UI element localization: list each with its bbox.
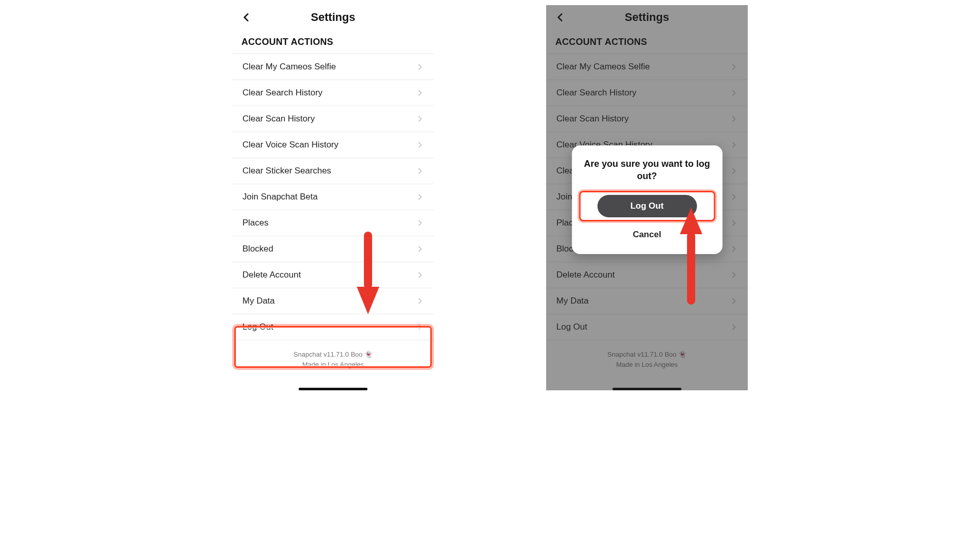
row-places[interactable]: Places [232,210,434,236]
chevron-right-icon [416,297,424,305]
row-label: Clear My Cameos Selfie [242,62,336,72]
chevron-right-icon [416,115,424,122]
row-delete-account[interactable]: Delete Account [232,262,434,288]
row-label: Log Out [242,322,274,332]
footer-version: Snapchat v11.71.0 Boo 👻 [237,349,429,360]
row-clear-sticker-searches[interactable]: Clear Sticker Searches [232,158,434,184]
chevron-right-icon [416,271,424,279]
row-my-data[interactable]: My Data [232,288,434,314]
logout-confirm-modal: Are you sure you want to log out? Log Ou… [572,145,722,254]
row-clear-search-history[interactable]: Clear Search History [232,80,434,106]
modal-title: Are you sure you want to log out? [581,158,713,183]
row-label: Clear Sticker Searches [242,166,331,176]
row-clear-voice-scan[interactable]: Clear Voice Scan History [232,132,434,158]
row-join-beta[interactable]: Join Snapchat Beta [232,184,434,210]
chevron-right-icon [416,63,424,70]
modal-confirm-wrap: Log Out [581,193,713,219]
phone-left: Settings ACCOUNT ACTIONS Clear My Cameos… [232,5,434,390]
back-button[interactable] [239,10,254,24]
row-label: My Data [242,296,275,306]
chevron-right-icon [416,141,424,148]
chevron-right-icon [416,245,424,253]
chevron-right-icon [416,193,424,201]
logout-confirm-button[interactable]: Log Out [597,195,697,217]
section-header: ACCOUNT ACTIONS [232,30,434,54]
row-label: Clear Voice Scan History [242,140,338,150]
home-indicator[interactable] [299,388,368,390]
row-blocked[interactable]: Blocked [232,236,434,262]
row-label: Join Snapchat Beta [242,192,317,202]
chevron-left-icon [241,12,252,22]
row-label: Clear Scan History [242,114,315,124]
logout-cancel-button[interactable]: Cancel [581,226,713,244]
footer: Snapchat v11.71.0 Boo 👻 Made in Los Ange… [232,340,434,373]
row-label: Clear Search History [242,88,323,98]
row-clear-cameos[interactable]: Clear My Cameos Selfie [232,54,434,80]
chevron-right-icon [416,167,424,174]
row-clear-scan-history[interactable]: Clear Scan History [232,106,434,132]
chevron-right-icon [416,89,424,96]
row-label: Places [242,218,268,228]
header: Settings [232,5,434,30]
row-label: Blocked [242,244,273,254]
row-log-out[interactable]: Log Out [232,314,434,340]
settings-list: Clear My Cameos Selfie Clear Search Hist… [232,54,434,340]
phone-right: Settings ACCOUNT ACTIONS Clear My Cameos… [546,5,748,390]
page-title: Settings [232,11,434,24]
footer-location: Made in Los Angeles [237,360,429,370]
chevron-right-icon [416,219,424,227]
row-label: Delete Account [242,270,301,280]
screen: Settings ACCOUNT ACTIONS Clear My Cameos… [232,5,434,390]
screen: Settings ACCOUNT ACTIONS Clear My Cameos… [546,5,748,390]
chevron-right-icon [416,323,424,331]
